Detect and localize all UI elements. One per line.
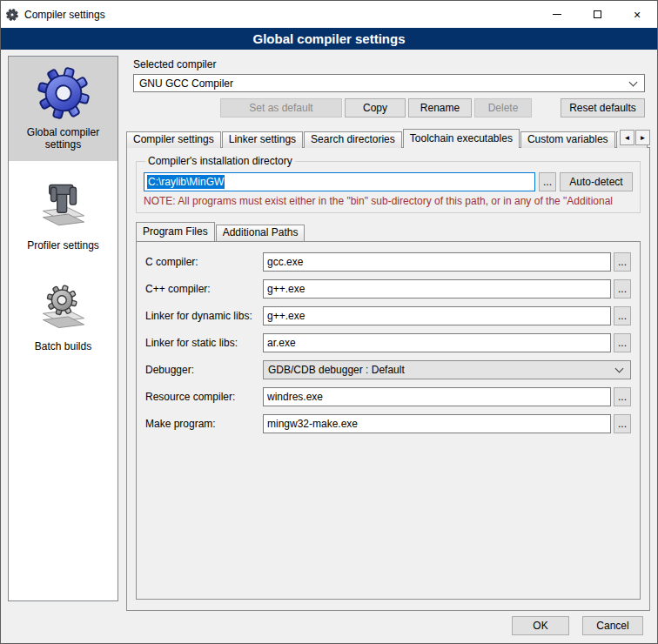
sidebar-item-label: Profiler settings xyxy=(12,239,114,252)
make-program-browse-button[interactable]: ... xyxy=(614,414,631,433)
program-files-tabbar: Program Files Additional Paths xyxy=(136,221,649,241)
titlebar: Compiler settings × xyxy=(1,1,657,28)
field-row-linker-dynamic: Linker for dynamic libs: ... xyxy=(145,306,631,325)
minimize-button[interactable] xyxy=(537,1,577,28)
toolchain-executables-panel: Compiler's installation directory C:\ray… xyxy=(126,147,650,611)
field-row-debugger: Debugger: GDB/CDB debugger : Default xyxy=(145,360,631,379)
cpp-compiler-browse-button[interactable]: ... xyxy=(614,279,631,299)
gray-gear-layers-icon xyxy=(12,278,114,337)
tab-custom-variables[interactable]: Custom variables xyxy=(520,131,615,148)
delete-button[interactable]: Delete xyxy=(474,98,532,117)
settings-tabbar: Compiler settings Linker settings Search… xyxy=(126,128,650,148)
resource-compiler-label: Resource compiler: xyxy=(145,391,263,403)
set-as-default-button[interactable]: Set as default xyxy=(220,98,342,117)
cancel-button[interactable]: Cancel xyxy=(582,616,643,635)
linker-static-label: Linker for static libs: xyxy=(145,337,263,349)
linker-dynamic-input[interactable] xyxy=(263,306,611,325)
linker-dynamic-label: Linker for dynamic libs: xyxy=(145,310,263,322)
tab-linker-settings[interactable]: Linker settings xyxy=(222,131,303,148)
installation-directory-input[interactable]: C:\raylib\MinGW xyxy=(144,172,535,191)
tab-scroll-left-button[interactable]: ◄ xyxy=(620,130,634,145)
tab-program-files[interactable]: Program Files xyxy=(136,222,215,241)
blue-gear-icon xyxy=(12,64,114,123)
dialog-footer: OK Cancel xyxy=(512,616,643,635)
selected-compiler-label: Selected compiler xyxy=(133,58,650,70)
close-icon: × xyxy=(634,9,641,21)
field-row-resource-compiler: Resource compiler: ... xyxy=(145,387,631,406)
main-column: Selected compiler GNU GCC Compiler Set a… xyxy=(126,56,650,611)
field-row-cpp-compiler: C++ compiler: ... xyxy=(145,279,631,299)
debugger-label: Debugger: xyxy=(145,364,263,376)
cpp-compiler-label: C++ compiler: xyxy=(145,283,263,295)
arrow-left-icon: ◄ xyxy=(624,134,631,142)
maximize-button[interactable] xyxy=(577,1,617,28)
maximize-icon xyxy=(594,10,601,18)
selected-compiler-select[interactable]: GNU GCC Compiler xyxy=(133,74,645,92)
resource-compiler-input[interactable] xyxy=(263,387,611,406)
tab-compiler-settings[interactable]: Compiler settings xyxy=(126,131,221,148)
field-row-make-program: Make program: ... xyxy=(145,414,631,433)
rename-button[interactable]: Rename xyxy=(408,98,472,117)
tab-additional-paths[interactable]: Additional Paths xyxy=(216,225,306,241)
cpp-compiler-input[interactable] xyxy=(263,279,611,299)
linker-static-browse-button[interactable]: ... xyxy=(614,333,631,352)
sidebar-item-global-compiler-settings[interactable]: Global compiler settings xyxy=(9,57,118,161)
tab-scroll-right-button[interactable]: ► xyxy=(635,130,650,145)
debugger-select[interactable]: GDB/CDB debugger : Default xyxy=(263,360,631,379)
selected-compiler-value: GNU GCC Compiler xyxy=(139,77,233,90)
arrow-right-icon: ► xyxy=(640,134,647,142)
resource-compiler-browse-button[interactable]: ... xyxy=(614,387,631,406)
program-files-panel: C compiler: ... C++ compiler: ... xyxy=(136,241,641,600)
settings-category-list: Global compiler settings xyxy=(8,56,118,601)
sidebar-item-label: Batch builds xyxy=(12,340,114,352)
sidebar-item-profiler-settings[interactable]: Profiler settings xyxy=(9,170,118,262)
installation-directory-legend: Compiler's installation directory xyxy=(145,155,295,167)
c-compiler-browse-button[interactable]: ... xyxy=(614,252,631,272)
make-program-label: Make program: xyxy=(145,418,263,430)
profiler-tool-icon xyxy=(12,177,114,236)
compiler-actions: Set as default Copy Rename Delete Reset … xyxy=(133,98,645,117)
installation-directory-value: C:\raylib\MinGW xyxy=(147,175,225,189)
auto-detect-button[interactable]: Auto-detect xyxy=(560,172,633,191)
window-title: Compiler settings xyxy=(24,9,105,21)
copy-button[interactable]: Copy xyxy=(345,98,406,117)
ok-button[interactable]: OK xyxy=(512,616,569,635)
installation-directory-browse-button[interactable]: ... xyxy=(539,172,556,191)
chevron-down-icon xyxy=(629,77,638,86)
sidebar-item-batch-builds[interactable]: Batch builds xyxy=(9,271,118,363)
field-row-c-compiler: C compiler: ... xyxy=(145,252,631,272)
content-area: Global compiler settings xyxy=(1,50,657,611)
bin-subdirectory-note: NOTE: All programs must exist either in … xyxy=(144,195,633,207)
tab-search-directories[interactable]: Search directories xyxy=(304,131,402,148)
window-controls: × xyxy=(537,1,657,28)
page-title: Global compiler settings xyxy=(1,28,657,50)
sidebar-item-label: Global compiler settings xyxy=(12,126,114,151)
reset-defaults-button[interactable]: Reset defaults xyxy=(561,98,645,117)
linker-dynamic-browse-button[interactable]: ... xyxy=(614,306,631,325)
chevron-down-icon xyxy=(615,365,624,373)
installation-directory-row: C:\raylib\MinGW ... Auto-detect xyxy=(144,172,633,191)
app-icon xyxy=(6,9,18,21)
field-row-linker-static: Linker for static libs: ... xyxy=(145,333,631,352)
c-compiler-label: C compiler: xyxy=(145,256,263,268)
close-button[interactable]: × xyxy=(617,1,657,28)
debugger-value: GDB/CDB debugger : Default xyxy=(268,364,405,376)
installation-directory-group: Compiler's installation directory C:\ray… xyxy=(136,155,641,213)
make-program-input[interactable] xyxy=(263,414,611,433)
tab-scroll-buttons: ◄ ► xyxy=(618,130,650,145)
tab-toolchain-executables[interactable]: Toolchain executables xyxy=(403,129,520,148)
linker-static-input[interactable] xyxy=(263,333,611,352)
minimize-icon xyxy=(553,14,561,15)
compiler-settings-window: Compiler settings × Global compiler sett… xyxy=(0,0,658,644)
c-compiler-input[interactable] xyxy=(263,252,611,272)
